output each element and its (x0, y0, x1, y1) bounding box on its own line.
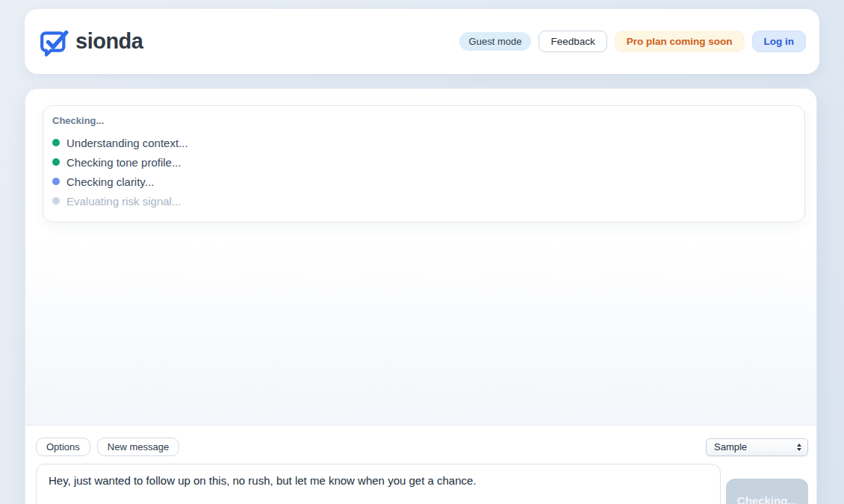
step-label: Checking tone profile... (66, 156, 181, 169)
pro-plan-badge: Pro plan coming soon (615, 31, 745, 52)
login-button[interactable]: Log in (752, 31, 807, 52)
options-button[interactable]: Options (36, 438, 90, 456)
step-label: Evaluating risk signal... (66, 195, 181, 208)
select-stepper-arrows-icon (797, 444, 801, 451)
conversation-area: Checking... Understanding context... Che… (25, 89, 816, 425)
step-active-dot-icon (52, 178, 60, 185)
feedback-button[interactable]: Feedback (539, 31, 606, 52)
message-input[interactable]: Hey, just wanted to follow up on this, n… (36, 464, 721, 504)
step-label: Checking clarity... (66, 175, 154, 188)
step-done-dot-icon (52, 158, 60, 166)
checking-step: Checking tone profile... (52, 152, 792, 172)
main-panel: Checking... Understanding context... Che… (25, 88, 817, 504)
new-message-button[interactable]: New message (97, 438, 179, 456)
composer-footer: Options New message Sample Hey, just wan… (25, 425, 816, 504)
header-actions: Guest mode Feedback Pro plan coming soon… (459, 31, 806, 52)
compose-row: Hey, just wanted to follow up on this, n… (36, 464, 808, 504)
sample-select-value: Sample (714, 441, 747, 452)
checking-step: Evaluating risk signal... (52, 191, 792, 211)
guest-mode-badge: Guest mode (459, 32, 532, 51)
sample-select[interactable]: Sample (706, 438, 808, 456)
step-done-dot-icon (52, 139, 60, 146)
checking-status-card: Checking... Understanding context... Che… (43, 105, 805, 223)
brand: sionda (39, 27, 143, 57)
header-card: sionda Guest mode Feedback Pro plan comi… (25, 9, 819, 74)
checking-step: Understanding context... (52, 133, 792, 152)
brand-name: sionda (75, 29, 143, 54)
checking-step: Checking clarity... (52, 172, 792, 191)
step-pending-dot-icon (52, 197, 60, 205)
composer-toolbar: Options New message Sample (36, 438, 808, 456)
step-label: Understanding context... (66, 137, 188, 149)
brand-logo-icon (39, 27, 69, 57)
checking-title: Checking... (52, 115, 792, 126)
checking-submit-button[interactable]: Checking... (726, 479, 808, 504)
